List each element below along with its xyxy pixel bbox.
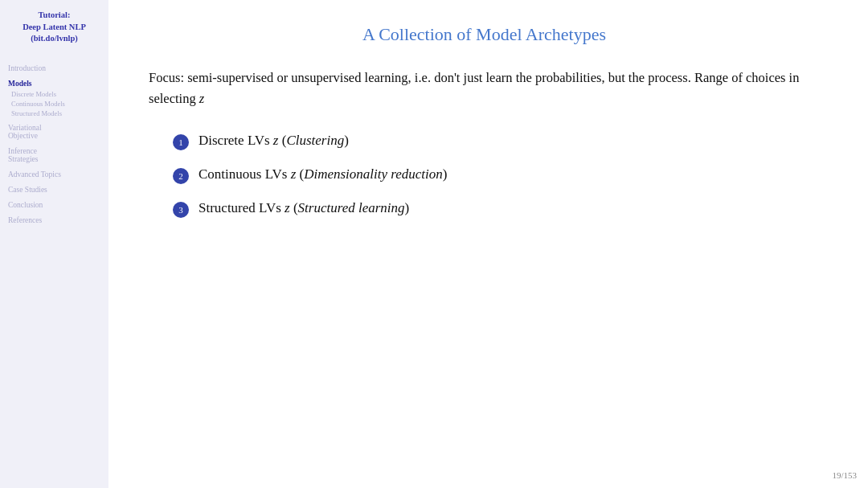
list-text-3: Structured LVs z (Structured learning) [199,199,409,218]
slide-page-number: 19/153 [832,470,857,480]
list-number-2: 2 [173,168,189,184]
sidebar-item-inference-strategies[interactable]: Inference Strategies [8,147,100,163]
list-number-3: 3 [173,202,189,218]
slide-main: A Collection of Model Archetypes Focus: … [108,0,868,488]
sidebar: Tutorial: Deep Latent NLP (bit.do/lvnlp)… [0,0,108,488]
sidebar-item-references[interactable]: References [8,216,100,224]
sidebar-title: Tutorial: Deep Latent NLP (bit.do/lvnlp) [8,10,100,45]
slide-items-list: 1 Discrete LVs z (Clustering) 2 Continuo… [173,131,820,217]
sidebar-item-models[interactable]: Models [8,80,100,88]
list-number-1: 1 [173,134,189,150]
sidebar-item-case-studies[interactable]: Case Studies [8,186,100,194]
list-text-1: Discrete LVs z (Clustering) [199,131,349,150]
list-item: 3 Structured LVs z (Structured learning) [173,199,820,218]
list-text-2: Continuous LVs z (Dimensionality reducti… [199,165,448,184]
sidebar-item-structured-models[interactable]: Structured Models [11,109,100,117]
sidebar-item-continuous-models[interactable]: Continuous Models [11,100,100,108]
slide-body-text: Focus: semi-supervised or unsupervised l… [149,68,820,109]
list-item: 2 Continuous LVs z (Dimensionality reduc… [173,165,820,184]
list-item: 1 Discrete LVs z (Clustering) [173,131,820,150]
slide-title: A Collection of Model Archetypes [149,24,820,45]
sidebar-item-variational-objective[interactable]: Variational Objective [8,124,100,140]
sidebar-item-introduction[interactable]: Introduction [8,64,100,72]
sidebar-item-advanced-topics[interactable]: Advanced Topics [8,170,100,178]
sidebar-item-conclusion[interactable]: Conclusion [8,201,100,209]
sidebar-item-discrete-models[interactable]: Discrete Models [11,90,100,98]
